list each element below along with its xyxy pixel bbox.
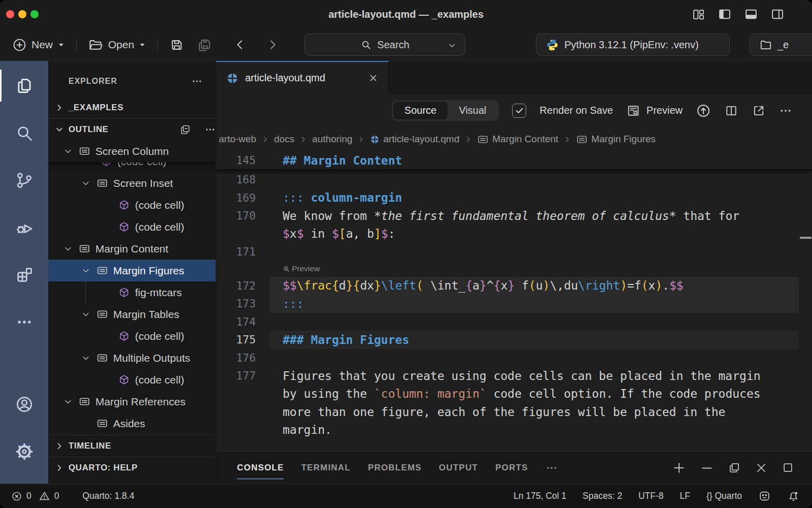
outline-item-label: Multiple Outputs — [113, 352, 190, 364]
preview-icon[interactable] — [626, 104, 640, 118]
code-line-177[interactable]: 177Figures that you create using code ce… — [216, 367, 812, 385]
tab-article-layout[interactable]: article-layout.qmd — [216, 61, 389, 94]
outline-item-margin-tables[interactable]: Margin Tables — [48, 303, 216, 325]
code-line-171[interactable]: 171 — [216, 243, 812, 261]
breadcrumb-docs[interactable]: docs — [274, 134, 294, 145]
code-line[interactable]: $x$ in $[a, b]$: — [216, 225, 812, 243]
code-line-168[interactable]: 168 — [216, 171, 812, 189]
toggle-secondary-sidebar-icon[interactable] — [770, 7, 785, 21]
indentation-status[interactable]: Spaces: 2 — [583, 491, 622, 501]
chevron-down-icon[interactable] — [447, 41, 457, 50]
forward-button[interactable] — [265, 38, 280, 52]
split-editor-icon[interactable] — [724, 104, 738, 118]
code-line[interactable]: by using the `column: margin` code cell … — [216, 385, 812, 403]
code-line-174[interactable]: 174 — [216, 313, 812, 331]
collapse-all-icon[interactable] — [179, 123, 191, 136]
activity-bar-more[interactable] — [0, 298, 48, 345]
back-button[interactable] — [233, 38, 247, 52]
open-button[interactable]: Open — [88, 37, 146, 53]
render-on-save-checkbox[interactable] — [512, 104, 526, 118]
global-search-box[interactable]: Search — [304, 34, 465, 56]
more-actions-icon[interactable] — [191, 76, 202, 87]
code-line-169[interactable]: 169::: column-margin — [216, 189, 812, 207]
outline-item-margin-content[interactable]: Margin Content — [48, 238, 216, 260]
panel-tab-output[interactable]: OUTPUT — [439, 452, 478, 484]
sidebar-section-quarto-help[interactable]: QUARTO: HELP — [48, 457, 216, 479]
activity-bar-extensions[interactable] — [0, 251, 48, 298]
outline-item-code-cell[interactable]: (code cell) — [48, 194, 216, 216]
activity-bar-run-debug[interactable] — [0, 204, 48, 251]
more-panel-tabs-icon[interactable] — [546, 462, 558, 474]
code-line[interactable]: more than one figure, each of the figure… — [216, 403, 812, 421]
sidebar-section-outline[interactable]: OUTLINE — [48, 118, 216, 140]
outline-item-code-cell[interactable]: (code cell) — [48, 369, 216, 391]
encoding-status[interactable]: UTF-8 — [638, 491, 664, 501]
outline-item-multiple-outputs[interactable]: Multiple Outputs — [48, 347, 216, 369]
activity-bar-source-control[interactable] — [0, 156, 48, 204]
sidebar-section-examples[interactable]: _EXAMPLES — [48, 97, 216, 118]
customize-layout-icon[interactable] — [692, 8, 705, 21]
sidebar-section-timeline[interactable]: TIMELINE — [48, 435, 216, 457]
code-line-173[interactable]: 173::: — [216, 295, 812, 313]
preview-label[interactable]: Preview — [647, 105, 683, 116]
code-lens-preview[interactable]: Preview — [216, 261, 812, 277]
mode-visual-button[interactable]: Visual — [448, 102, 497, 119]
panel-restore-icon[interactable] — [728, 461, 741, 474]
panel-minimize-icon[interactable] — [700, 461, 714, 475]
activity-bar-account[interactable] — [0, 380, 48, 428]
mode-source-button[interactable]: Source — [393, 102, 448, 119]
outline-item-code-cell[interactable]: (code cell) — [48, 216, 216, 238]
outline-item-label: fig-mtcars — [135, 287, 182, 299]
code-editor[interactable]: 168169::: column-margin170We know from *… — [216, 151, 812, 451]
outline-item-screen-inset[interactable]: Screen Inset — [48, 172, 216, 194]
panel-tab-problems[interactable]: PROBLEMS — [368, 452, 422, 484]
code-line-172[interactable]: 172$$\frac{d}{dx}\left( \int_{a}^{x} f(u… — [216, 277, 812, 295]
quarto-version-status[interactable]: Quarto: 1.8.4 — [82, 491, 134, 501]
panel-tab-terminal[interactable]: TERMINAL — [301, 452, 350, 484]
breadcrumb-authoring[interactable]: authoring — [312, 134, 352, 145]
editor-scrollbar[interactable] — [799, 151, 812, 451]
outline-item-margin-references[interactable]: Margin References — [48, 391, 216, 412]
save-all-icon[interactable] — [196, 37, 213, 53]
close-tab-icon[interactable] — [368, 73, 378, 83]
open-in-new-window-icon[interactable] — [752, 104, 766, 118]
notifications-bell-icon[interactable] — [787, 490, 800, 502]
workspace-button[interactable]: _e — [750, 34, 812, 56]
toggle-primary-sidebar-icon[interactable] — [718, 7, 732, 21]
language-mode-status[interactable]: {} Quarto — [706, 491, 742, 501]
outline-item-fig-mtcars[interactable]: fig-mtcars — [48, 281, 216, 303]
publish-icon[interactable] — [696, 103, 711, 118]
breadcrumb-arto-web[interactable]: arto-web — [219, 134, 256, 145]
outline-item-code-cell[interactable]: (code cell) — [48, 325, 216, 347]
interpreter-selector[interactable]: Python 3.12.1 (PipEnv: .venv) — [536, 34, 730, 56]
new-button[interactable]: New — [12, 38, 65, 52]
activity-bar-search[interactable] — [0, 109, 48, 156]
panel-add-icon[interactable] — [672, 461, 686, 475]
outline-item-margin-figures[interactable]: Margin Figures — [48, 260, 216, 281]
panel-maximize-icon[interactable] — [782, 461, 794, 474]
code-line-176[interactable]: 176 — [216, 349, 812, 367]
feedback-smiley-icon[interactable] — [758, 490, 771, 502]
eol-status[interactable]: LF — [680, 491, 690, 501]
activity-bar — [0, 61, 48, 484]
panel-tab-console[interactable]: CONSOLE — [237, 452, 284, 484]
panel-tab-ports[interactable]: PORTS — [495, 452, 528, 484]
code-line-170[interactable]: 170We know from *the first fundamental t… — [216, 207, 812, 225]
cursor-position-status[interactable]: Ln 175, Col 1 — [514, 491, 566, 501]
code-line[interactable]: margin. — [216, 421, 812, 439]
breadcrumb-margin-figures[interactable]: Margin Figures — [576, 134, 656, 145]
breadcrumb-article-layout-qmd[interactable]: article-layout.qmd — [370, 134, 459, 145]
code-line-175[interactable]: 175### Margin Figures — [216, 331, 812, 349]
more-actions-icon[interactable] — [779, 104, 792, 117]
panel-close-icon[interactable] — [755, 461, 768, 474]
activity-bar-settings[interactable] — [0, 428, 48, 475]
activity-bar-explorer[interactable] — [0, 62, 48, 109]
breadcrumb-margin-content[interactable]: Margin Content — [477, 134, 558, 145]
outline-item-asides[interactable]: Asides — [48, 412, 216, 434]
problems-status[interactable]: 0 0 — [11, 490, 59, 502]
outline-item-screen-column[interactable]: Screen Column — [48, 140, 216, 162]
more-actions-icon[interactable] — [205, 124, 216, 135]
toggle-panel-icon[interactable] — [744, 7, 758, 21]
save-icon[interactable] — [169, 37, 185, 53]
sticky-scroll-line[interactable]: 145## Margin Content — [216, 151, 812, 169]
